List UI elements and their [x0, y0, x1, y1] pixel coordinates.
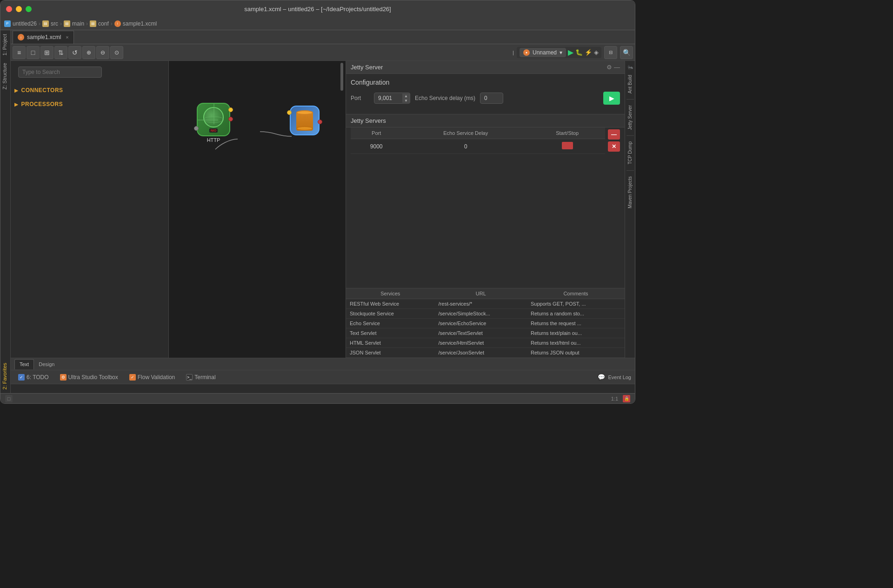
remove-server-btn[interactable]: —: [608, 129, 620, 140]
delete-server-btn[interactable]: ✕: [608, 141, 620, 152]
zoom-out-btn[interactable]: ⊖: [96, 46, 109, 59]
db-output-port-red[interactable]: [318, 120, 322, 124]
breadcrumb-project[interactable]: P untitled26: [4, 20, 37, 27]
profile-button[interactable]: ⚡: [585, 49, 592, 56]
echo-input[interactable]: [480, 93, 503, 104]
config-dropdown[interactable]: ● Unnamed ▾: [520, 48, 566, 57]
minimize-button[interactable]: [16, 6, 22, 12]
tab-file-label: sample1.xcml: [27, 34, 61, 40]
port-down-btn[interactable]: ▼: [402, 98, 410, 103]
ant-build-icon[interactable]: 🐜: [626, 63, 634, 71]
project-icon: P: [4, 20, 11, 27]
db-input-port-yellow[interactable]: [287, 110, 292, 115]
stop-server-btn[interactable]: [562, 142, 573, 149]
file-icon: i: [114, 20, 121, 27]
maximize-button[interactable]: [26, 6, 32, 12]
split-vertical-btn[interactable]: ⊟: [604, 46, 617, 59]
search-btn[interactable]: 🔍: [620, 46, 633, 59]
server-startstop-0[interactable]: [529, 139, 605, 154]
http-output-port-red[interactable]: [228, 117, 233, 121]
service-url-5: /service/JsonServlet: [435, 348, 527, 358]
menu-icon-btn[interactable]: ≡: [13, 46, 26, 59]
connectors-label: CONNECTORS: [21, 87, 63, 94]
todo-tab[interactable]: ✓ 6: TODO: [14, 371, 53, 383]
event-log-label[interactable]: Event Log: [608, 374, 631, 380]
services-table: Services URL Comments RESTful Web Servic…: [346, 288, 625, 358]
toolbox-tab[interactable]: ⚙ Ultra Studio Toolbox: [56, 371, 122, 383]
processors-section[interactable]: ▶ PROCESSORS: [11, 97, 168, 111]
breadcrumb-conf[interactable]: ▤ conf: [90, 20, 109, 27]
connectors-section[interactable]: ▶ CONNECTORS: [11, 83, 168, 97]
folder-icon-main: ▤: [64, 20, 70, 27]
breadcrumb-file[interactable]: i sample1.xcml: [114, 20, 157, 27]
breadcrumb-file-label: sample1.xcml: [123, 20, 157, 27]
sort-btn[interactable]: ⇅: [54, 46, 67, 59]
breadcrumb-main[interactable]: ▤ main: [64, 20, 84, 27]
terminal-icon: >_: [186, 374, 193, 381]
right-panel-title: Jetty Server: [351, 64, 383, 71]
service-row-5: JSON Servlet /service/JsonServlet Return…: [346, 348, 625, 358]
canvas-scrollbar[interactable]: [340, 61, 344, 358]
view-single-btn[interactable]: □: [27, 46, 40, 59]
port-up-btn[interactable]: ▲: [402, 94, 410, 98]
right-panel-toolbar: ⚙ —: [606, 64, 620, 71]
settings-icon[interactable]: ⚙: [606, 64, 612, 71]
main-layout: 1: Project Z: Structure 2: Favorites i s…: [0, 30, 635, 393]
breadcrumb-src[interactable]: ▤ src: [42, 20, 58, 27]
status-lock-icon[interactable]: 🔒: [623, 395, 630, 402]
left-panel: ▶ CONNECTORS ▶ PROCESSORS: [11, 61, 169, 358]
minimize-panel-icon[interactable]: —: [614, 64, 620, 71]
flow-validation-icon: ✓: [129, 374, 136, 381]
coverage-button[interactable]: ◈: [594, 49, 599, 56]
http-node-bg: NIO: [197, 103, 230, 136]
processors-label: PROCESSORS: [21, 101, 63, 107]
servers-section-title: Jetty Servers: [346, 114, 625, 127]
design-tab[interactable]: Design: [34, 359, 59, 369]
search-input[interactable]: [18, 67, 102, 78]
zoom-in-btn[interactable]: ⊕: [82, 46, 95, 59]
run-button[interactable]: ▶: [568, 48, 573, 57]
port-spinners: ▲ ▼: [402, 94, 410, 103]
service-row-0: RESTful Web Service /rest-services/* Sup…: [346, 299, 625, 309]
service-url-2: /service/EchoService: [435, 319, 527, 328]
debug-button[interactable]: 🐛: [575, 49, 583, 56]
server-row-0: 9000 0: [351, 139, 605, 154]
service-row-2: Echo Service /service/EchoService Return…: [346, 319, 625, 328]
text-tab[interactable]: Text: [14, 359, 34, 369]
canvas-area[interactable]: NIO HTTP: [169, 61, 346, 358]
ant-build-tab[interactable]: Ant Build: [626, 72, 634, 96]
close-button[interactable]: [6, 6, 12, 12]
tab-bar: i sample1.xcml ×: [11, 30, 635, 44]
fit-btn[interactable]: ⊙: [110, 46, 123, 59]
run-server-btn[interactable]: ▶: [603, 92, 620, 105]
traffic-lights: [6, 6, 32, 12]
view-grid-btn[interactable]: ⊞: [40, 46, 53, 59]
refresh-btn[interactable]: ↺: [68, 46, 81, 59]
service-comments-4: Returns text/html ou...: [527, 338, 625, 348]
tab-close-button[interactable]: ×: [66, 34, 68, 40]
maven-projects-tab[interactable]: Maven Projects: [626, 174, 634, 211]
terminal-tab-label: Terminal: [194, 374, 215, 381]
servers-table: Port Echo Service Delay Start/Stop 9000 …: [351, 127, 605, 154]
terminal-tab[interactable]: >_ Terminal: [182, 371, 219, 383]
sidebar-favorites-tab[interactable]: 2: Favorites: [0, 359, 10, 393]
todo-tab-label: 6: TODO: [27, 374, 49, 381]
sidebar-structure-tab[interactable]: Z: Structure: [0, 59, 10, 93]
editor-tabs: Text Design: [11, 358, 635, 370]
canvas-scroll-thumb[interactable]: [340, 63, 343, 91]
http-node[interactable]: NIO HTTP: [197, 103, 230, 143]
tcp-dump-tab[interactable]: TCP Dump: [626, 139, 634, 167]
db-node[interactable]: [290, 106, 320, 135]
config-row: Port ▲ ▼ Echo Service delay (ms) ▶: [351, 92, 620, 105]
port-input[interactable]: [374, 93, 402, 103]
flow-validation-tab[interactable]: ✓ Flow Validation: [126, 371, 179, 383]
sidebar-project-tab[interactable]: 1: Project: [0, 30, 10, 59]
jetty-server-tab[interactable]: Jetty Server: [626, 102, 634, 133]
status-square-btn[interactable]: □: [5, 395, 13, 402]
http-input-port-gray[interactable]: [194, 126, 199, 131]
bottom-area: ✓ 6: TODO ⚙ Ultra Studio Toolbox ✓ Flow …: [11, 370, 635, 393]
middle-area: ▶ CONNECTORS ▶ PROCESSORS: [11, 61, 635, 358]
http-output-port-yellow[interactable]: [228, 107, 233, 112]
file-tab[interactable]: i sample1.xcml ×: [13, 31, 74, 44]
service-url-4: /service/HtmlServlet: [435, 338, 527, 348]
